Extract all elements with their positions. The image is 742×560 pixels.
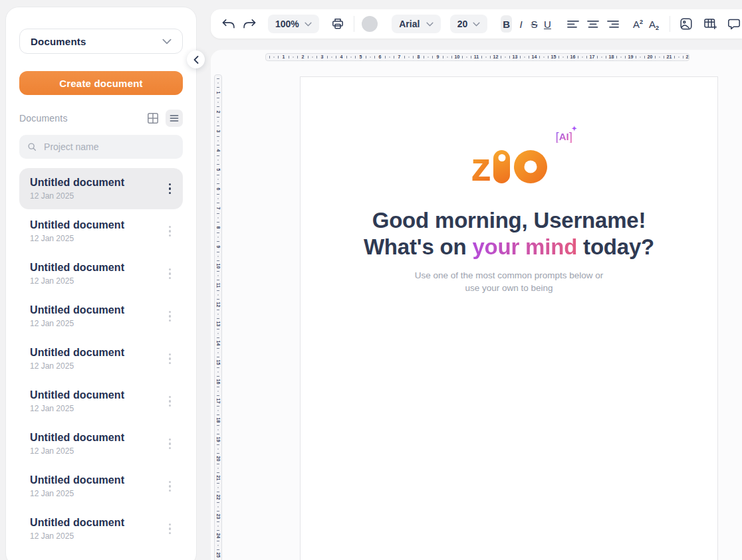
document-title: Untitled document — [30, 347, 124, 359]
ai-badge-label: AI — [559, 131, 569, 142]
view-toggles — [144, 110, 183, 127]
align-left-icon — [567, 20, 579, 29]
chevron-down-icon — [426, 22, 433, 27]
print-button[interactable] — [330, 15, 346, 33]
image-icon — [680, 17, 693, 31]
search-input[interactable] — [43, 141, 175, 153]
document-date: 12 Jan 2025 — [30, 404, 124, 413]
zoom-select[interactable]: 100% — [268, 15, 319, 33]
greeting-line1: Good morning, Username! — [301, 207, 717, 234]
chevron-down-icon — [305, 22, 312, 27]
document-item-text: Untitled document 12 Jan 2025 — [30, 177, 124, 201]
printer-icon — [331, 17, 344, 31]
font-family-select[interactable]: Arial — [392, 15, 440, 33]
document-list-item[interactable]: Untitled document 12 Jan 2025 — [19, 168, 183, 209]
list-view-icon[interactable] — [166, 110, 183, 127]
document-list-item[interactable]: Untitled document 12 Jan 2025 — [19, 296, 183, 337]
greeting-line2: What's on your mind today? — [301, 234, 717, 260]
kebab-menu-icon[interactable] — [166, 181, 174, 197]
document-list-item[interactable]: Untitled document 12 Jan 2025 — [19, 253, 183, 294]
workspace-selector[interactable]: Documents — [19, 29, 183, 54]
comment-button[interactable] — [726, 15, 742, 33]
table-plus-icon — [703, 17, 717, 31]
insert-table-button[interactable] — [702, 15, 718, 33]
document-item-text: Untitled document 12 Jan 2025 — [30, 389, 124, 413]
kebab-menu-icon[interactable] — [166, 223, 174, 240]
color-swatch-icon — [362, 16, 378, 32]
align-right-icon — [607, 20, 619, 29]
create-document-button[interactable]: Create document — [19, 71, 183, 95]
align-left-button[interactable] — [565, 15, 581, 33]
kebab-menu-icon[interactable] — [166, 436, 174, 452]
document-page[interactable]: z [AI] ✦ Good morning, Username! What's … — [300, 76, 718, 560]
document-title: Untitled document — [30, 262, 124, 274]
greeting-highlight: your mind — [472, 234, 577, 259]
document-title: Untitled document — [30, 474, 124, 486]
italic-button[interactable]: I — [515, 15, 527, 33]
document-list-item[interactable]: Untitled document 12 Jan 2025 — [19, 338, 183, 379]
search-icon — [27, 141, 37, 152]
zoom-value: 100% — [275, 19, 299, 29]
document-date: 12 Jan 2025 — [30, 446, 124, 456]
document-date: 12 Jan 2025 — [30, 191, 124, 201]
align-center-icon — [587, 20, 599, 29]
sidebar-collapse-button[interactable] — [187, 50, 205, 68]
undo-button[interactable] — [220, 15, 236, 33]
document-list-item[interactable]: Untitled document 12 Jan 2025 — [19, 381, 183, 422]
document-date: 12 Jan 2025 — [30, 319, 124, 328]
document-title: Untitled document — [30, 432, 124, 444]
font-size-select[interactable]: 20 — [450, 15, 488, 33]
document-item-text: Untitled document 12 Jan 2025 — [30, 219, 124, 243]
undo-icon — [221, 19, 235, 29]
welcome-screen: z [AI] ✦ Good morning, Username! What's … — [301, 77, 717, 294]
sidebar: Documents Create document Documents Unti… — [5, 7, 197, 560]
text-color-picker[interactable] — [362, 15, 381, 33]
toolbar-divider — [670, 16, 670, 32]
document-list-item[interactable]: Untitled document 12 Jan 2025 — [19, 466, 183, 507]
chevron-down-icon — [162, 39, 172, 45]
subscript-button[interactable]: A2 — [649, 19, 659, 30]
logo-letter-z: z — [471, 150, 490, 183]
document-item-text: Untitled document 12 Jan 2025 — [30, 517, 124, 541]
underline-button[interactable]: U — [542, 15, 553, 33]
toolbar: 100% Arial 20 B I S U A2 A2 — [211, 9, 742, 39]
zio-logo: z [AI] ✦ — [471, 140, 547, 183]
grid-view-icon[interactable] — [144, 110, 162, 127]
align-center-button[interactable] — [585, 15, 601, 33]
insert-image-button[interactable] — [678, 15, 694, 33]
kebab-menu-icon[interactable] — [166, 351, 174, 367]
document-title: Untitled document — [30, 177, 124, 189]
workspace-selector-label: Documents — [31, 36, 86, 47]
kebab-menu-icon[interactable] — [166, 308, 174, 325]
redo-icon — [243, 19, 257, 29]
documents-section-label: Documents — [19, 113, 68, 124]
logo-letter-i — [493, 150, 510, 183]
align-right-button[interactable] — [605, 15, 621, 33]
strikethrough-button[interactable]: S — [529, 15, 540, 33]
document-list-item[interactable]: Untitled document 12 Jan 2025 — [19, 211, 183, 252]
kebab-menu-icon[interactable] — [166, 521, 174, 537]
document-date: 12 Jan 2025 — [30, 234, 124, 243]
documents-section-header: Documents — [19, 110, 183, 127]
document-list-item[interactable]: Untitled document 12 Jan 2025 — [19, 508, 183, 549]
document-title: Untitled document — [30, 389, 124, 401]
toolbar-divider — [354, 16, 354, 32]
document-date: 12 Jan 2025 — [30, 361, 124, 371]
document-title: Untitled document — [30, 304, 124, 316]
horizontal-ruler: 1234567891011121314151617181920212223 — [265, 53, 689, 61]
document-item-text: Untitled document 12 Jan 2025 — [30, 262, 124, 286]
document-item-text: Untitled document 12 Jan 2025 — [30, 432, 124, 456]
kebab-menu-icon[interactable] — [166, 266, 174, 282]
sparkle-icon: ✦ — [572, 125, 577, 132]
speech-bubble-icon — [727, 18, 741, 31]
superscript-button[interactable]: A2 — [633, 19, 643, 30]
document-list-item[interactable]: Untitled document 12 Jan 2025 — [19, 423, 183, 464]
search-field[interactable] — [19, 135, 183, 159]
bold-button[interactable]: B — [501, 15, 512, 33]
document-list: Untitled document 12 Jan 2025 Untitled d… — [19, 168, 183, 549]
document-item-text: Untitled document 12 Jan 2025 — [30, 304, 124, 328]
kebab-menu-icon[interactable] — [166, 478, 174, 495]
chevron-down-icon — [473, 22, 480, 27]
redo-button[interactable] — [241, 15, 257, 33]
kebab-menu-icon[interactable] — [166, 393, 174, 410]
